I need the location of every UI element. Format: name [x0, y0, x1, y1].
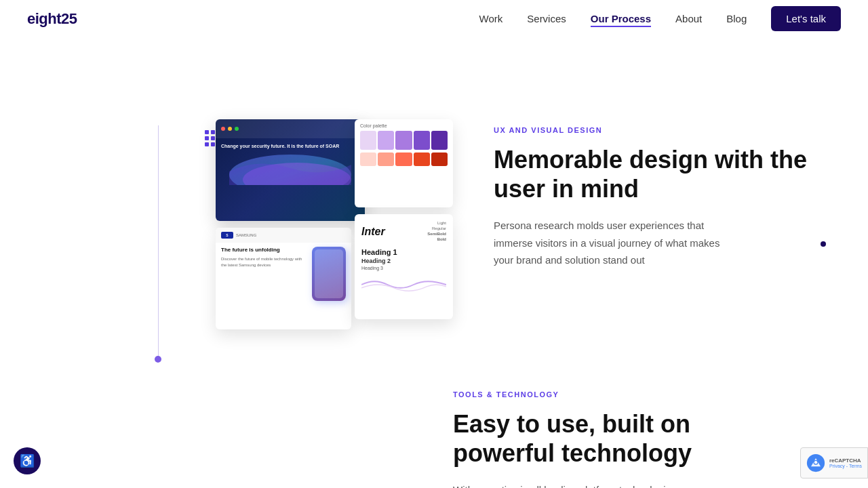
samsung-header: S SAMSUNG — [216, 228, 351, 243]
navbar: eight25 Work Services Our Process About … — [0, 0, 868, 38]
typo-wave-graphic — [361, 274, 446, 295]
nav-our-process[interactable]: Our Process — [591, 13, 651, 27]
mockup-top-title: Change your security future. It is the f… — [221, 144, 359, 148]
ux-section-tag: UX AND VISUAL DESIGN — [494, 126, 827, 134]
mockup-palette: Color palette — [355, 119, 453, 207]
ux-section: Change your security future. It is the f… — [202, 38, 827, 363]
samsung-phone-graphic — [312, 247, 346, 301]
accessibility-icon: ♿ — [20, 453, 35, 468]
palette-grid — [355, 131, 453, 150]
palette-row2 — [355, 150, 453, 166]
tools-section-title: Easy to use, built on powerful technolog… — [453, 409, 724, 468]
sidebar-dot — [155, 356, 161, 363]
typography-header: Inter Light Regular SemiBold Bold — [361, 221, 446, 243]
brand-logo[interactable]: eight25 — [27, 10, 77, 28]
recaptcha-logo-icon — [806, 453, 825, 472]
sidebar-right-dot — [821, 241, 826, 247]
typography-weights: Light Regular SemiBold Bold — [427, 221, 446, 243]
samsung-text: The future is unfolding Discover the fut… — [221, 247, 307, 301]
tools-section-tag: TOOLS & TECHNOLOGY — [453, 390, 724, 399]
samsung-logo: S — [221, 232, 233, 239]
recaptcha-links[interactable]: Privacy - Terms — [829, 464, 862, 468]
typography-name: Inter — [361, 226, 385, 238]
nav-cta-button[interactable]: Let's talk — [771, 6, 841, 31]
sidebar-left — [155, 125, 161, 363]
mockup-samsung: S SAMSUNG The future is unfolding Discov… — [216, 228, 351, 329]
sidebar-line — [158, 125, 159, 356]
svg-point-4 — [814, 461, 817, 464]
ux-section-body: Persona research molds user experiences … — [494, 217, 724, 269]
samsung-body: Discover the future of mobile technology… — [221, 256, 307, 268]
recaptcha-label: reCAPTCHA — [829, 458, 862, 464]
nav-links: Work Services Our Process About Blog Let… — [479, 13, 841, 25]
mockup-header-dots — [216, 119, 365, 138]
heading-3-label: Heading 3 — [361, 266, 446, 270]
tools-section-body: With expertise in all leading platform t… — [453, 481, 684, 488]
nav-services[interactable]: Services — [527, 13, 566, 24]
heading-1-label: Heading 1 — [361, 248, 446, 256]
heading-2-label: Heading 2 — [361, 258, 446, 264]
accessibility-button[interactable]: ♿ — [14, 447, 41, 474]
nav-work[interactable]: Work — [479, 13, 503, 24]
mockup-typography: Inter Light Regular SemiBold Bold Headin… — [355, 214, 453, 319]
palette-label: Color palette — [355, 119, 453, 131]
samsung-headline: The future is unfolding — [221, 247, 307, 253]
tools-right-content: TOOLS & TECHNOLOGY Easy to use, built on… — [453, 390, 724, 488]
design-mockup: Change your security future. It is the f… — [202, 119, 453, 309]
nav-blog[interactable]: Blog — [726, 13, 747, 24]
mockup-dark-website: Change your security future. It is the f… — [216, 119, 365, 221]
samsung-content: The future is unfolding Discover the fut… — [216, 243, 351, 305]
ux-right-content: UX AND VISUAL DESIGN Memorable design wi… — [494, 119, 827, 269]
recaptcha-text: reCAPTCHA Privacy - Terms — [829, 458, 862, 468]
recaptcha-badge: reCAPTCHA Privacy - Terms — [800, 447, 868, 479]
tools-section: TOOLS & TECHNOLOGY Easy to use, built on… — [202, 363, 827, 488]
nav-about[interactable]: About — [675, 13, 702, 24]
sidebar-right — [821, 241, 826, 247]
ux-section-title: Memorable design with the user in mind — [494, 145, 827, 203]
main-wrapper: Change your security future. It is the f… — [0, 38, 868, 488]
wave-graphic — [221, 151, 359, 185]
content-area: Change your security future. It is the f… — [161, 38, 868, 488]
